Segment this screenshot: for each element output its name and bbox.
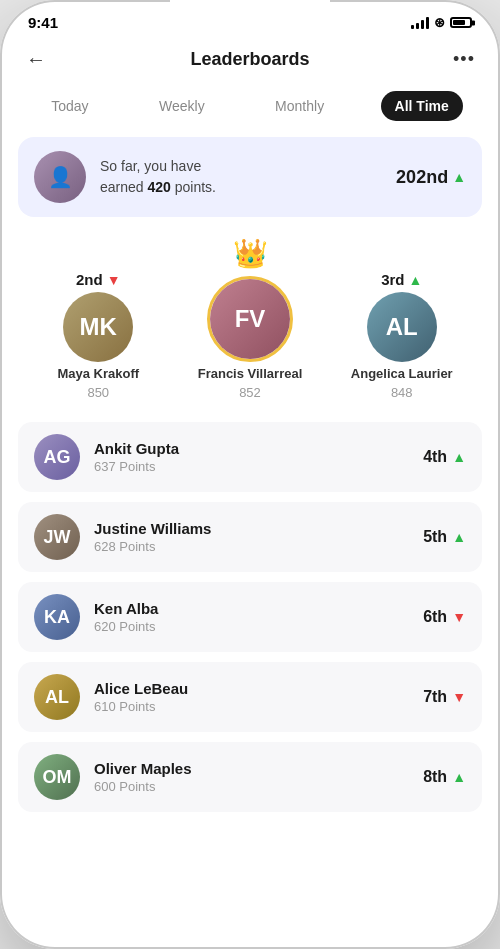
list-item: JW Justine Williams 628 Points 5th ▲ [18, 502, 482, 572]
list-trend-icon-8: ▲ [452, 769, 466, 785]
crown-icon: 👑 [233, 237, 268, 270]
podium-first-name: Francis Villarreal [198, 366, 303, 381]
tab-alltime[interactable]: All Time [381, 91, 463, 121]
list-rank-4: 4th ▲ [423, 448, 466, 466]
user-avatar: 👤 [34, 151, 86, 203]
user-rank-value: 202nd [396, 167, 448, 188]
list-item: AL Alice LeBeau 610 Points 7th ▼ [18, 662, 482, 732]
tab-weekly[interactable]: Weekly [145, 91, 219, 121]
tab-today[interactable]: Today [37, 91, 102, 121]
list-points-5: 628 Points [94, 539, 409, 554]
podium-third-avatar-image: AL [367, 292, 437, 362]
tab-bar: Today Weekly Monthly All Time [0, 87, 500, 125]
phone-notch [170, 0, 330, 28]
user-summary-text: So far, you have earned 420 points. [100, 156, 382, 198]
list-item: OM Oliver Maples 600 Points 8th ▲ [18, 742, 482, 812]
list-avatar-7: AL [34, 674, 80, 720]
podium-second-trend-icon: ▼ [107, 272, 121, 288]
page-title: Leaderboards [190, 49, 309, 70]
podium-third-score: 848 [391, 385, 413, 400]
list-points-4: 637 Points [94, 459, 409, 474]
podium-second: 2nd ▼ MK Maya Krakoff 850 [26, 271, 171, 400]
list-avatar-8: OM [34, 754, 80, 800]
wifi-icon: ⊛ [434, 15, 445, 30]
podium-third-rank: 3rd ▲ [381, 271, 422, 288]
podium-third: 3rd ▲ AL Angelica Laurier 848 [329, 271, 474, 400]
podium-third-avatar: AL [367, 292, 437, 362]
list-avatar-6: KA [34, 594, 80, 640]
user-trend-up-icon: ▲ [452, 169, 466, 185]
status-icons: ⊛ [411, 15, 472, 30]
more-button[interactable]: ••• [448, 43, 480, 75]
podium: 2nd ▼ MK Maya Krakoff 850 👑 FV Francis V [18, 237, 482, 400]
list-rank-7: 7th ▼ [423, 688, 466, 706]
list-name-6: Ken Alba [94, 600, 409, 617]
list-points-6: 620 Points [94, 619, 409, 634]
user-avatar-image: 👤 [34, 151, 86, 203]
list-info-8: Oliver Maples 600 Points [94, 760, 409, 794]
list-item: KA Ken Alba 620 Points 6th ▼ [18, 582, 482, 652]
scroll-content: 👤 So far, you have earned 420 points. 20… [0, 125, 500, 949]
list-trend-icon-6: ▼ [452, 609, 466, 625]
list-points-7: 610 Points [94, 699, 409, 714]
header: ← Leaderboards ••• [0, 35, 500, 87]
list-name-8: Oliver Maples [94, 760, 409, 777]
list-avatar-4: AG [34, 434, 80, 480]
status-time: 9:41 [28, 14, 58, 31]
list-points-8: 600 Points [94, 779, 409, 794]
list-info-7: Alice LeBeau 610 Points [94, 680, 409, 714]
tab-monthly[interactable]: Monthly [261, 91, 338, 121]
list-item: AG Ankit Gupta 637 Points 4th ▲ [18, 422, 482, 492]
list-rank-8: 8th ▲ [423, 768, 466, 786]
list-trend-icon-7: ▼ [452, 689, 466, 705]
list-name-5: Justine Williams [94, 520, 409, 537]
user-summary-card: 👤 So far, you have earned 420 points. 20… [18, 137, 482, 217]
podium-first: 👑 FV Francis Villarreal 852 [171, 237, 330, 400]
list-name-4: Ankit Gupta [94, 440, 409, 457]
podium-third-trend-icon: ▲ [408, 272, 422, 288]
list-name-7: Alice LeBeau [94, 680, 409, 697]
podium-third-name: Angelica Laurier [351, 366, 453, 381]
list-info-4: Ankit Gupta 637 Points [94, 440, 409, 474]
app-content: ← Leaderboards ••• Today Weekly Monthly … [0, 35, 500, 949]
podium-first-score: 852 [239, 385, 261, 400]
podium-second-avatar: MK [63, 292, 133, 362]
list-avatar-5: JW [34, 514, 80, 560]
list-info-5: Justine Williams 628 Points [94, 520, 409, 554]
phone-frame: 9:41 ⊛ ← Leaderboards ••• Today Weekly M… [0, 0, 500, 949]
list-rank-5: 5th ▲ [423, 528, 466, 546]
list-rank-6: 6th ▼ [423, 608, 466, 626]
user-rank: 202nd ▲ [396, 167, 466, 188]
podium-second-rank: 2nd ▼ [76, 271, 121, 288]
list-info-6: Ken Alba 620 Points [94, 600, 409, 634]
podium-first-avatar: FV [207, 276, 293, 362]
list-trend-icon-5: ▲ [452, 529, 466, 545]
battery-icon [450, 17, 472, 28]
podium-first-avatar-image: FV [210, 279, 290, 359]
podium-second-name: Maya Krakoff [57, 366, 139, 381]
signal-icon [411, 17, 429, 29]
user-card-text: So far, you have earned 420 points. [100, 156, 382, 198]
podium-second-avatar-image: MK [63, 292, 133, 362]
back-button[interactable]: ← [20, 43, 52, 75]
list-trend-icon-4: ▲ [452, 449, 466, 465]
podium-second-score: 850 [87, 385, 109, 400]
